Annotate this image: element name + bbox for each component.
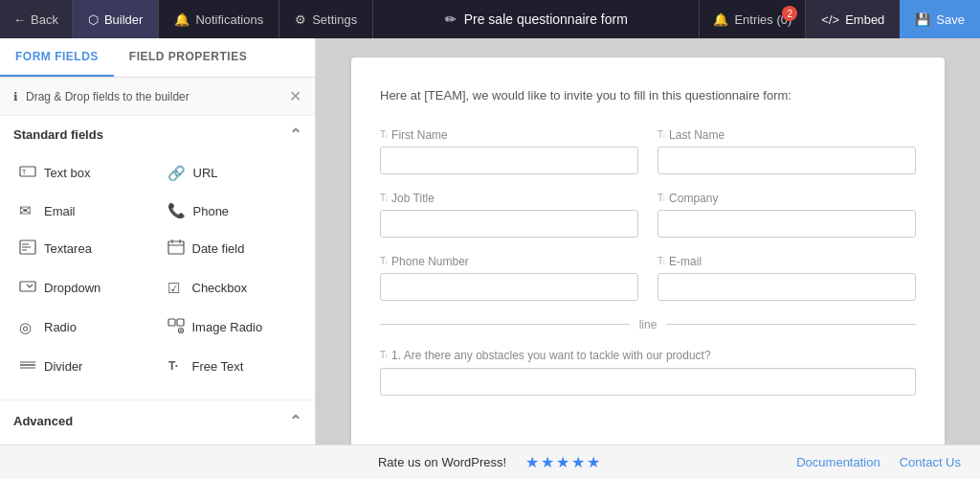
settings-button[interactable]: ⚙ Settings xyxy=(279,0,373,38)
field-item-divider[interactable]: Divider xyxy=(10,347,158,386)
field-item-phone[interactable]: 📞 Phone xyxy=(158,193,306,229)
bottom-bar: Rate us on WordPress! ★★★★★ Documentatio… xyxy=(0,445,980,479)
field-item-dropdown[interactable]: Dropdown xyxy=(10,268,158,308)
form-row-2: Tᵢ Job Title Tᵢ Company xyxy=(380,192,916,238)
stars: ★★★★★ xyxy=(525,453,602,471)
form-group-email: Tᵢ E-mail xyxy=(657,255,916,301)
bottom-links: Documentation Contact Us xyxy=(796,455,961,469)
firstname-input[interactable] xyxy=(380,147,638,174)
svg-text:T: T xyxy=(22,169,27,175)
svg-text:•: • xyxy=(175,361,178,370)
firstname-label: Tᵢ First Name xyxy=(380,128,638,142)
save-icon: 💾 xyxy=(915,12,930,27)
sidebar-hint: ℹ Drag & Drop fields to the builder ✕ xyxy=(0,78,315,116)
advanced-section[interactable]: Advanced ⌃ xyxy=(0,399,315,442)
field-item-radio[interactable]: ◎ Radio xyxy=(10,308,158,347)
fields-grid: T Text box 🔗 URL ✉ Email 📞 Phone xyxy=(0,153,315,396)
label-icon-lastname: Tᵢ xyxy=(657,129,665,140)
field-item-datefield[interactable]: Date field xyxy=(158,229,306,268)
form-group-phone: Tᵢ Phone Number xyxy=(380,255,638,301)
email-input[interactable] xyxy=(657,273,916,301)
question-input[interactable] xyxy=(380,368,916,396)
bell-icon: 🔔 xyxy=(174,12,189,27)
phone-input[interactable] xyxy=(380,273,638,301)
divider-line-right xyxy=(666,324,916,325)
phone-icon: 📞 xyxy=(167,202,186,219)
textbox-icon: T xyxy=(19,163,36,183)
form-divider-row: line xyxy=(380,318,916,331)
divider-line-left xyxy=(380,324,630,325)
rate-text: Rate us on WordPress! xyxy=(378,455,506,469)
info-icon: ℹ xyxy=(13,90,18,103)
svg-rect-6 xyxy=(168,241,184,254)
tab-form-fields[interactable]: FORM FIELDS xyxy=(0,38,114,77)
checkbox-icon: ☑ xyxy=(167,280,185,297)
label-icon-phone: Tᵢ xyxy=(380,256,388,266)
settings-icon: ⚙ xyxy=(295,12,306,27)
form-row-3: Tᵢ Phone Number Tᵢ E-mail xyxy=(380,255,916,301)
lastname-input[interactable] xyxy=(657,147,916,174)
back-icon: ← xyxy=(13,12,26,27)
sidebar: FORM FIELDS FIELD PROPERTIES ℹ Drag & Dr… xyxy=(0,38,316,445)
field-item-textbox[interactable]: T Text box xyxy=(10,153,158,193)
question-label: Tᵢ 1. Are there any obstacles you want t… xyxy=(380,349,916,362)
page-title: ✏ Pre sale questionnaire form xyxy=(373,11,699,27)
label-icon-email: Tᵢ xyxy=(657,256,665,266)
label-icon-question: Tᵢ xyxy=(380,350,388,360)
field-item-checkbox[interactable]: ☑ Checkbox xyxy=(158,268,306,308)
tab-field-properties[interactable]: FIELD PROPERTIES xyxy=(114,38,262,77)
save-button[interactable]: 💾 Save xyxy=(900,0,980,38)
divider-label: line xyxy=(639,318,657,331)
chevron-up-icon: ⌃ xyxy=(289,125,301,144)
builder-button[interactable]: ⬡ Builder xyxy=(73,0,159,38)
bell-entries-icon: 🔔 xyxy=(713,12,728,27)
label-icon-jobtitle: Tᵢ xyxy=(380,193,388,203)
builder-icon: ⬡ xyxy=(88,12,99,27)
url-icon: 🔗 xyxy=(167,165,186,182)
standard-fields-section[interactable]: Standard fields ⌃ xyxy=(0,116,315,153)
field-item-email[interactable]: ✉ Email xyxy=(10,193,158,229)
company-input[interactable] xyxy=(657,210,916,238)
advanced-chevron-up-icon: ⌃ xyxy=(289,412,301,430)
lastname-label: Tᵢ Last Name xyxy=(657,128,916,142)
form-group-jobtitle: Tᵢ Job Title xyxy=(380,192,638,238)
field-item-freetext[interactable]: T• Free Text xyxy=(158,347,306,386)
back-button[interactable]: ← Back xyxy=(0,0,73,38)
entries-button[interactable]: 🔔 2 Entries (0) xyxy=(699,0,805,38)
entries-badge: 2 xyxy=(782,6,797,21)
top-nav: ← Back ⬡ Builder 🔔 Notifications ⚙ Setti… xyxy=(0,0,980,38)
jobtitle-label: Tᵢ Job Title xyxy=(380,192,638,205)
textarea-icon xyxy=(19,239,36,259)
embed-button[interactable]: </> Embed xyxy=(805,0,900,38)
contact-link[interactable]: Contact Us xyxy=(900,455,961,469)
hint-close-button[interactable]: ✕ xyxy=(289,87,301,105)
form-group-question: Tᵢ 1. Are there any obstacles you want t… xyxy=(380,349,916,396)
field-item-url[interactable]: 🔗 URL xyxy=(158,153,306,193)
label-icon-firstname: Tᵢ xyxy=(380,129,388,140)
form-area: Here at [TEAM], we would like to invite … xyxy=(316,38,980,445)
sidebar-tabs: FORM FIELDS FIELD PROPERTIES xyxy=(0,38,315,78)
company-label: Tᵢ Company xyxy=(657,192,916,205)
svg-point-14 xyxy=(180,330,182,331)
jobtitle-input[interactable] xyxy=(380,210,638,238)
form-group-lastname: Tᵢ Last Name xyxy=(657,128,916,174)
form-group-firstname: Tᵢ First Name xyxy=(380,128,638,174)
svg-rect-11 xyxy=(168,319,175,326)
notifications-button[interactable]: 🔔 Notifications xyxy=(159,0,279,38)
email-label: Tᵢ E-mail xyxy=(657,255,916,268)
dropdown-icon xyxy=(19,278,36,298)
field-item-textarea[interactable]: Textarea xyxy=(10,229,158,268)
email-icon: ✉ xyxy=(19,202,36,219)
documentation-link[interactable]: Documentation xyxy=(796,455,880,469)
divider-icon xyxy=(19,356,36,376)
form-intro: Here at [TEAM], we would like to invite … xyxy=(380,86,916,105)
svg-rect-10 xyxy=(20,282,35,291)
phone-label: Tᵢ Phone Number xyxy=(380,255,638,268)
freetext-icon: T• xyxy=(167,356,185,376)
radio-icon: ◎ xyxy=(19,319,36,336)
field-item-imageradio[interactable]: Image Radio xyxy=(158,308,306,347)
imageradio-icon xyxy=(167,317,185,337)
sidebar-body: Standard fields ⌃ T Text box 🔗 URL xyxy=(0,116,315,445)
datefield-icon xyxy=(167,239,185,259)
form-group-company: Tᵢ Company xyxy=(657,192,916,238)
